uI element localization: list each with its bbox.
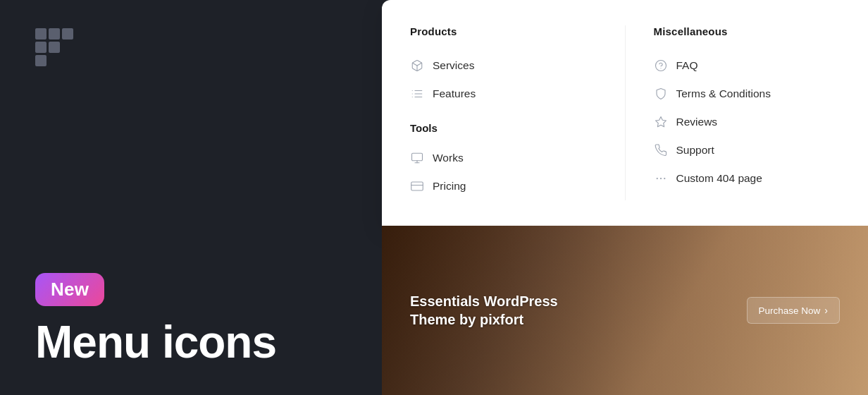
custom-404-label: Custom 404 page (676, 172, 762, 185)
logo-cell (49, 42, 60, 53)
logo-cell (49, 55, 60, 66)
star-icon (654, 115, 668, 129)
misc-header: Miscellaneous (654, 25, 841, 37)
logo-cell (35, 42, 46, 53)
menu-item-support[interactable]: Support (654, 136, 841, 164)
card-icon (410, 179, 424, 193)
svg-marker-14 (655, 117, 666, 127)
support-label: Support (676, 144, 714, 157)
page-title: Menu icons (35, 317, 352, 367)
purchase-label: Purchase Now (759, 305, 821, 316)
logo-cell (35, 28, 46, 40)
svg-point-12 (655, 61, 666, 71)
logo-cell (35, 55, 46, 66)
tools-header: Tools (410, 122, 597, 134)
products-header: Products (410, 25, 597, 37)
logo-cell (62, 42, 73, 53)
menu-item-404[interactable]: Custom 404 page (654, 164, 841, 193)
svg-point-17 (664, 178, 665, 179)
svg-point-16 (659, 178, 661, 179)
features-label: Features (433, 87, 476, 100)
svg-rect-10 (411, 182, 423, 190)
logo-cell (49, 28, 60, 40)
svg-rect-7 (412, 153, 423, 161)
menu-item-services[interactable]: Services (410, 51, 597, 80)
pricing-label: Pricing (433, 180, 466, 193)
menu-item-reviews[interactable]: Reviews (654, 108, 841, 136)
menu-item-terms[interactable]: Terms & Conditions (654, 80, 841, 108)
dropdown-container: Products Services (382, 0, 868, 395)
menu-item-features[interactable]: Features (410, 80, 597, 108)
shield-icon (654, 87, 668, 101)
banner-text: Essentials WordPress Theme by pixfort (410, 292, 586, 329)
bottom-banner: Essentials WordPress Theme by pixfort Pu… (382, 226, 868, 395)
menu-item-faq[interactable]: FAQ (654, 51, 841, 80)
monitor-icon (410, 151, 424, 165)
phone-icon (654, 143, 668, 157)
list-icon (410, 87, 424, 101)
terms-label: Terms & Conditions (676, 87, 771, 100)
menu-item-works[interactable]: Works (410, 144, 597, 172)
reviews-label: Reviews (676, 116, 718, 128)
banner-content: Essentials WordPress Theme by pixfort Pu… (410, 292, 840, 329)
works-label: Works (433, 152, 464, 164)
faq-label: FAQ (676, 59, 698, 72)
new-badge: New (35, 273, 104, 306)
svg-point-15 (656, 178, 657, 179)
logo-cell (62, 28, 73, 40)
menu-item-pricing[interactable]: Pricing (410, 172, 597, 200)
dropdown-col-misc: Miscellaneous FAQ (626, 25, 841, 200)
services-label: Services (433, 59, 474, 72)
dropdown-col-products: Products Services (410, 25, 626, 200)
brand-logo (35, 28, 73, 66)
new-badge-label: New (51, 279, 89, 300)
dropdown-panel: Products Services (382, 0, 868, 226)
chevron-right-icon: › (824, 305, 828, 316)
purchase-button[interactable]: Purchase Now › (747, 297, 840, 324)
help-circle-icon (654, 59, 668, 73)
box-icon (410, 59, 424, 73)
left-panel: New Menu icons (0, 0, 388, 395)
dots-icon (654, 171, 668, 186)
logo-cell (62, 55, 73, 66)
